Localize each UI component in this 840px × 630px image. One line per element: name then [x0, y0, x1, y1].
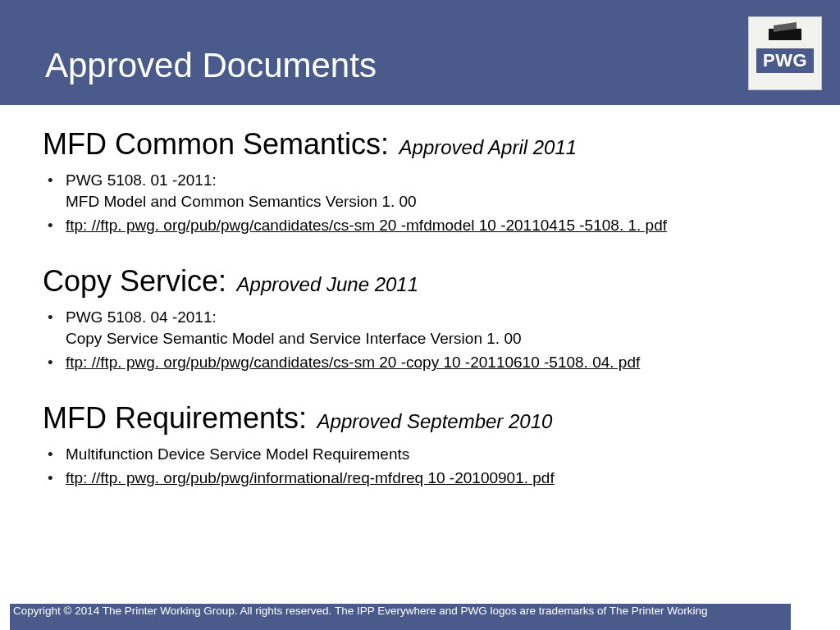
content-area: MFD Common Semantics: Approved April 201…: [43, 127, 791, 492]
item-text: MFD Model and Common Semantics Version 1…: [66, 193, 417, 210]
pwg-logo: PWG: [748, 16, 822, 90]
item-link[interactable]: ftp: //ftp. pwg. org/pub/pwg/candidates/…: [66, 354, 640, 371]
list-item: PWG 5108. 01 -2011: MFD Model and Common…: [43, 170, 791, 212]
item-text: Copy Service Semantic Model and Service …: [66, 330, 522, 347]
item-link[interactable]: ftp: //ftp. pwg. org/pub/pwg/information…: [66, 469, 555, 486]
section-title: MFD Common Semantics:: [43, 127, 389, 161]
item-text: Multifunction Device Service Model Requi…: [66, 445, 409, 463]
slide-title: Approved Documents: [45, 46, 377, 85]
slide: Approved Documents PWG MFD Common Semant…: [0, 0, 840, 630]
bullet-list: PWG 5108. 04 -2011: Copy Service Semanti…: [43, 307, 791, 373]
list-item: Multifunction Device Service Model Requi…: [43, 444, 791, 465]
item-text: PWG 5108. 04 -2011:: [66, 308, 217, 326]
section-subtitle: Approved April 2011: [399, 136, 578, 158]
section-head-copy-service: Copy Service: Approved June 2011: [43, 264, 791, 299]
list-item: PWG 5108. 04 -2011: Copy Service Semanti…: [43, 307, 791, 349]
section-title: MFD Requirements:: [43, 401, 307, 435]
item-link[interactable]: ftp: //ftp. pwg. org/pub/pwg/candidates/…: [66, 217, 667, 234]
footer-text: Copyright © 2014 The Printer Working Gro…: [13, 605, 708, 617]
section-subtitle: Approved June 2011: [237, 273, 419, 295]
section-title: Copy Service:: [43, 264, 226, 298]
page-number: 25: [810, 609, 825, 625]
section-head-mfd-requirements: MFD Requirements: Approved September 201…: [43, 401, 791, 436]
bullet-list: PWG 5108. 01 -2011: MFD Model and Common…: [43, 170, 791, 236]
bullet-list: Multifunction Device Service Model Requi…: [43, 444, 791, 489]
section-head-mfd-semantics: MFD Common Semantics: Approved April 201…: [43, 127, 791, 162]
footer-bar: Copyright © 2014 The Printer Working Gro…: [10, 604, 791, 630]
section-subtitle: Approved September 2010: [317, 410, 553, 432]
header-bar: Approved Documents: [0, 0, 840, 105]
item-text: PWG 5108. 01 -2011:: [66, 171, 217, 189]
printer-icon: [765, 24, 805, 43]
list-item: ftp: //ftp. pwg. org/pub/pwg/information…: [43, 468, 791, 489]
pwg-logo-text: PWG: [756, 48, 814, 73]
list-item: ftp: //ftp. pwg. org/pub/pwg/candidates/…: [43, 352, 791, 373]
list-item: ftp: //ftp. pwg. org/pub/pwg/candidates/…: [43, 215, 791, 236]
